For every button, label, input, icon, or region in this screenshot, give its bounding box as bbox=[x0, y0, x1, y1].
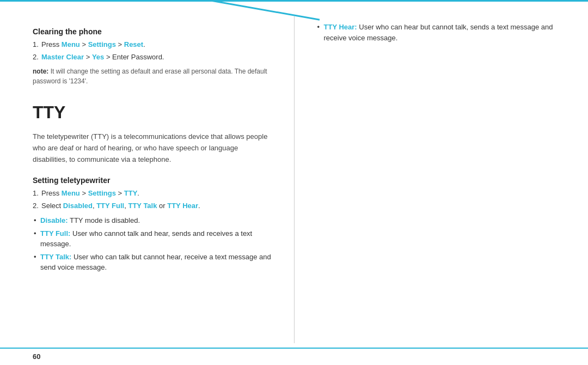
setting-step-1: 1. Press Menu > Settings > TTY. bbox=[33, 188, 272, 199]
tty-full-link: TTY Full bbox=[96, 202, 124, 210]
bottom-border bbox=[0, 348, 588, 349]
note-label: note: bbox=[33, 68, 48, 75]
tty-full-text: User who cannot talk and hear, sends and… bbox=[40, 229, 252, 248]
setting-bullets: Disable: TTY mode is disabled. TTY Full:… bbox=[33, 215, 272, 273]
master-clear-link: Master Clear bbox=[41, 53, 84, 61]
settings-link-2: Settings bbox=[88, 189, 116, 197]
yes-link: Yes bbox=[92, 53, 104, 61]
clearing-step-1: 1. Press Menu > Settings > Reset. bbox=[33, 39, 272, 50]
setting-steps: 1. Press Menu > Settings > TTY. 2. Selec… bbox=[33, 188, 272, 211]
bullet-tty-hear: TTY Hear: User who can hear but cannot t… bbox=[316, 22, 556, 43]
bullet-tty-talk: TTY Talk: User who can talk but cannot h… bbox=[33, 252, 272, 273]
bullet-tty-full: TTY Full: User who cannot talk and hear,… bbox=[33, 228, 272, 250]
clearing-steps: 1. Press Menu > Settings > Reset. 2. Mas… bbox=[33, 39, 272, 62]
tty-link: TTY bbox=[124, 189, 138, 197]
tty-hear-label: TTY Hear: bbox=[324, 23, 357, 31]
column-divider bbox=[294, 16, 295, 343]
disable-text: TTY mode is disabled. bbox=[68, 216, 140, 224]
tty-hear-link: TTY Hear bbox=[167, 202, 198, 210]
tty-heading: TTY bbox=[33, 102, 272, 123]
reset-link: Reset bbox=[124, 40, 143, 48]
menu-link: Menu bbox=[62, 40, 80, 48]
page-layout: Clearing the phone 1. Press Menu > Setti… bbox=[0, 0, 588, 365]
step-number-1: 1. bbox=[33, 39, 39, 50]
left-column: Clearing the phone 1. Press Menu > Setti… bbox=[33, 16, 272, 343]
step1-text: Press Menu > Settings > Reset. bbox=[41, 40, 145, 48]
step-s2-text: Select Disabled, TTY Full, TTY Talk or T… bbox=[41, 202, 200, 210]
top-border bbox=[0, 0, 588, 2]
disable-label: Disable: bbox=[40, 216, 68, 224]
step-s2-number: 2. bbox=[33, 200, 39, 211]
tty-full-label: TTY Full: bbox=[40, 229, 70, 238]
setting-section: Setting teletypewriter 1. Press Menu > S… bbox=[33, 176, 272, 273]
step2-text: Master Clear > Yes > Enter Password. bbox=[41, 53, 164, 61]
settings-link: Settings bbox=[88, 40, 116, 48]
tty-talk-text: User who can talk but cannot hear, recei… bbox=[40, 253, 271, 272]
clearing-title: Clearing the phone bbox=[33, 27, 272, 36]
tty-talk-link: TTY Talk bbox=[128, 202, 157, 210]
clearing-section: Clearing the phone 1. Press Menu > Setti… bbox=[33, 27, 272, 86]
step-s1-text: Press Menu > Settings > TTY. bbox=[41, 189, 139, 197]
tty-hear-text: User who can hear but cannot talk, sends… bbox=[324, 23, 553, 42]
clearing-note: note: It will change the setting as defa… bbox=[33, 66, 272, 86]
menu-link-2: Menu bbox=[62, 189, 80, 197]
right-bullets: TTY Hear: User who can hear but cannot t… bbox=[316, 22, 556, 43]
disabled-link: Disabled bbox=[63, 202, 93, 210]
step-s1-number: 1. bbox=[33, 188, 39, 199]
clearing-step-2: 2. Master Clear > Yes > Enter Password. bbox=[33, 52, 272, 63]
setting-step-2: 2. Select Disabled, TTY Full, TTY Talk o… bbox=[33, 200, 272, 211]
note-body: It will change the setting as default an… bbox=[33, 68, 267, 85]
setting-title: Setting teletypewriter bbox=[33, 176, 272, 185]
bullet-disable: Disable: TTY mode is disabled. bbox=[33, 215, 272, 226]
right-column: TTY Hear: User who can hear but cannot t… bbox=[316, 16, 556, 343]
step-number-2: 2. bbox=[33, 52, 39, 63]
tty-body-text: The teletypewriter (TTY) is a telecommun… bbox=[33, 131, 272, 165]
tty-talk-label: TTY Talk: bbox=[40, 253, 71, 261]
page-number: 60 bbox=[33, 352, 40, 361]
